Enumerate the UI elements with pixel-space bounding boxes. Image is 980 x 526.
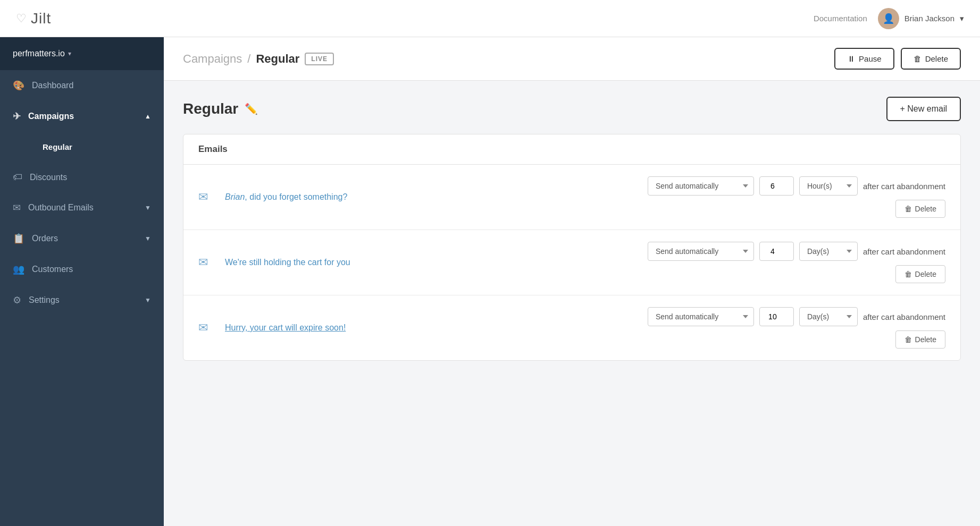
sidebar-campaigns-sub: Regular <box>0 132 164 162</box>
sidebar-item-campaigns[interactable]: ✈ Campaigns ▲ <box>0 101 164 132</box>
emails-section-header: Emails <box>183 134 960 165</box>
email-row-controls-2: Send automatically Send manually Do not … <box>648 242 945 283</box>
sidebar-item-label-customers: Customers <box>32 265 73 274</box>
sidebar-sub-item-regular[interactable]: Regular <box>32 137 164 157</box>
delete-icon-2: 🗑 <box>904 270 912 278</box>
email-name-3[interactable]: Hurry, your cart will expire soon! <box>225 323 637 333</box>
live-badge: LIVE <box>305 53 334 65</box>
logo-heart-icon: ♡ <box>16 12 27 26</box>
settings-icon: ⚙ <box>13 294 21 306</box>
email-name-rest-1: , did you forget something? <box>245 192 347 201</box>
outbound-emails-icon: ✉ <box>13 202 21 214</box>
edit-title-icon[interactable]: ✏️ <box>245 103 258 115</box>
body-layout: perfmatters.io ▾ 🎨 Dashboard ✈ Campaigns… <box>0 37 980 526</box>
email-controls-1: Send automatically Send manually Do not … <box>648 176 945 196</box>
after-text-2: after cart abandonment <box>863 247 945 256</box>
content-header: Regular ✏️ + New email <box>183 97 961 121</box>
after-text-3: after cart abandonment <box>863 312 945 321</box>
sidebar-item-orders[interactable]: 📋 Orders ▼ <box>0 223 164 254</box>
email-envelope-icon-3: ✉ <box>198 321 214 335</box>
number-input-3[interactable] <box>759 307 794 326</box>
user-dropdown-icon: ▾ <box>960 14 964 23</box>
main-content: Campaigns / Regular LIVE ⏸ Pause 🗑 Delet… <box>164 37 980 526</box>
email-envelope-icon-1: ✉ <box>198 190 214 204</box>
delete-email-3-button[interactable]: 🗑 Delete <box>895 330 945 349</box>
dashboard-icon: 🎨 <box>13 80 24 91</box>
table-row: ✉ We're still holding the cart for you S… <box>183 230 960 295</box>
orders-expand-icon: ▼ <box>145 235 151 242</box>
breadcrumb-actions: ⏸ Pause 🗑 Delete <box>834 48 961 70</box>
customers-icon: 👥 <box>13 264 24 275</box>
email-controls-2: Send automatically Send manually Do not … <box>648 242 945 261</box>
after-text-1: after cart abandonment <box>863 182 945 191</box>
content-area: Regular ✏️ + New email Emails ✉ Brian, d… <box>164 81 980 526</box>
user-name: Brian Jackson <box>904 14 954 23</box>
unit-select-3[interactable]: Day(s) Hour(s) Week(s) <box>799 307 858 326</box>
user-menu[interactable]: 👤 Brian Jackson ▾ <box>878 8 964 29</box>
delete-icon: 🗑 <box>914 54 922 63</box>
sidebar-brand-name: perfmatters.io <box>13 49 65 58</box>
new-email-button[interactable]: + New email <box>886 97 961 121</box>
number-input-2[interactable] <box>759 242 794 261</box>
sidebar-item-label-dashboard: Dashboard <box>32 81 73 90</box>
sidebar-brand[interactable]: perfmatters.io ▾ <box>0 37 164 70</box>
page-title: Regular <box>183 100 238 117</box>
sidebar-item-discounts[interactable]: 🏷 Discounts <box>0 162 164 192</box>
sidebar-item-label-campaigns: Campaigns <box>28 112 74 121</box>
sidebar-item-settings[interactable]: ⚙ Settings ▼ <box>0 285 164 316</box>
breadcrumb-current: Regular <box>256 52 299 66</box>
breadcrumb-campaigns[interactable]: Campaigns <box>183 52 242 66</box>
number-input-1[interactable] <box>759 176 794 196</box>
email-name-link-3[interactable]: Hurry, your cart will expire soon! <box>225 323 346 332</box>
logo-text: Jilt <box>31 10 51 27</box>
sidebar-item-outbound-emails[interactable]: ✉ Outbound Emails ▼ <box>0 192 164 223</box>
email-name-text-2: We're still holding the cart for you <box>225 258 350 267</box>
delete-icon-1: 🗑 <box>904 205 912 213</box>
logo-area: ♡ Jilt <box>16 10 814 27</box>
delete-email-2-button[interactable]: 🗑 Delete <box>895 265 945 283</box>
documentation-link[interactable]: Documentation <box>814 14 867 23</box>
top-nav: ♡ Jilt Documentation 👤 Brian Jackson ▾ <box>0 0 980 37</box>
campaigns-expand-icon: ▲ <box>145 113 151 120</box>
sidebar-item-label-discounts: Discounts <box>30 173 67 182</box>
sidebar-sub-label-regular: Regular <box>43 142 72 151</box>
table-row: ✉ Brian, did you forget something? Send … <box>183 165 960 230</box>
emails-card: Emails ✉ Brian, did you forget something… <box>183 134 961 361</box>
delete-icon-3: 🗑 <box>904 335 912 344</box>
email-envelope-icon-2: ✉ <box>198 256 214 269</box>
avatar: 👤 <box>878 8 899 29</box>
discounts-icon: 🏷 <box>13 172 22 183</box>
email-controls-3: Send automatically Send manually Do not … <box>648 307 945 326</box>
sidebar-item-label-outbound-emails: Outbound Emails <box>28 203 94 213</box>
outbound-emails-expand-icon: ▼ <box>145 204 151 211</box>
email-name-2[interactable]: We're still holding the cart for you <box>225 258 637 267</box>
header-delete-button[interactable]: 🗑 Delete <box>901 48 961 70</box>
delete-email-1-button[interactable]: 🗑 Delete <box>895 200 945 218</box>
content-title: Regular ✏️ <box>183 100 258 117</box>
sidebar-item-label-settings: Settings <box>29 295 60 305</box>
send-select-1[interactable]: Send automatically Send manually Do not … <box>648 176 754 196</box>
pause-button[interactable]: ⏸ Pause <box>834 48 894 70</box>
campaigns-icon: ✈ <box>13 111 21 122</box>
email-name-italic-1: Brian <box>225 192 245 201</box>
sidebar-item-dashboard[interactable]: 🎨 Dashboard <box>0 70 164 101</box>
send-select-2[interactable]: Send automatically Send manually Do not … <box>648 242 754 261</box>
send-select-3[interactable]: Send automatically Send manually Do not … <box>648 307 754 326</box>
top-nav-right: Documentation 👤 Brian Jackson ▾ <box>814 8 964 29</box>
sidebar-brand-arrow-icon: ▾ <box>68 50 71 57</box>
breadcrumb-bar: Campaigns / Regular LIVE ⏸ Pause 🗑 Delet… <box>164 37 980 81</box>
unit-select-1[interactable]: Hour(s) Day(s) Week(s) <box>799 176 858 196</box>
breadcrumb-separator: / <box>247 52 250 66</box>
email-name-1[interactable]: Brian, did you forget something? <box>225 192 637 202</box>
sidebar-item-customers[interactable]: 👥 Customers <box>0 254 164 285</box>
orders-icon: 📋 <box>13 233 24 244</box>
pause-icon: ⏸ <box>847 54 855 63</box>
email-row-controls-3: Send automatically Send manually Do not … <box>648 307 945 349</box>
unit-select-2[interactable]: Day(s) Hour(s) Week(s) <box>799 242 858 261</box>
table-row: ✉ Hurry, your cart will expire soon! Sen… <box>183 295 960 360</box>
sidebar: perfmatters.io ▾ 🎨 Dashboard ✈ Campaigns… <box>0 37 164 526</box>
email-row-controls-1: Send automatically Send manually Do not … <box>648 176 945 218</box>
settings-expand-icon: ▼ <box>145 296 151 304</box>
breadcrumb: Campaigns / Regular LIVE <box>183 52 334 66</box>
sidebar-item-label-orders: Orders <box>32 234 58 243</box>
